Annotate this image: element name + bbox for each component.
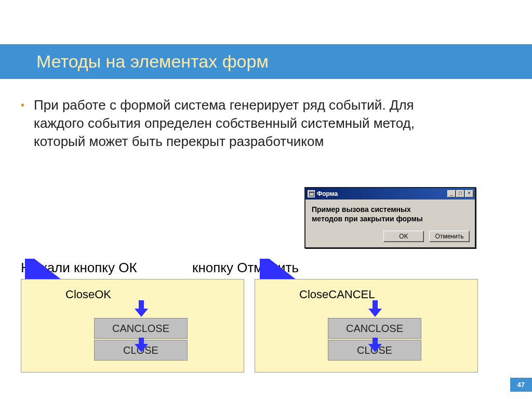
dialog-message-line1: Пример вызова системных xyxy=(312,205,469,214)
maximize-icon[interactable]: □ xyxy=(456,190,464,197)
dialog-title: Форма xyxy=(317,190,447,197)
flow-cancel-close: CLOSE xyxy=(328,340,421,361)
dialog-titlebar[interactable]: Форма _ □ × xyxy=(305,188,475,200)
dialog-body: Пример вызова системных методов при закр… xyxy=(305,200,475,228)
label-pressed-ok: Нажали кнопку ОК xyxy=(21,260,137,276)
flow-cancel-canclose: CANCLOSE xyxy=(328,318,421,339)
flow-ok-close: CLOSE xyxy=(94,340,188,361)
flow-panel-ok: CloseOK CANCLOSE CLOSE xyxy=(21,279,244,373)
flow-panel-cancel: CloseCANCEL CANCLOSE CLOSE xyxy=(255,279,478,373)
title-bar: Методы на элементах форм xyxy=(0,44,532,79)
sample-dialog: Форма _ □ × Пример вызова системных мето… xyxy=(304,187,476,248)
label-pressed-cancel: кнопку Отменить xyxy=(192,260,299,276)
slide-title: Методы на элементах форм xyxy=(36,51,269,72)
flow-ok-canclose: CANCLOSE xyxy=(94,318,188,339)
bullet-block: • При работе с формой система генерирует… xyxy=(21,96,416,151)
ok-button[interactable]: OK xyxy=(383,231,424,242)
bullet-text: При работе с формой система генерирует р… xyxy=(34,96,416,151)
close-icon[interactable]: × xyxy=(465,190,473,197)
slide-container: Методы на элементах форм • При работе с … xyxy=(0,0,532,399)
page-number: 47 xyxy=(510,378,532,392)
minimize-icon[interactable]: _ xyxy=(447,190,456,197)
window-buttons: _ □ × xyxy=(447,190,473,197)
window-icon xyxy=(308,190,315,197)
flow-cancel-entry: CloseCANCEL xyxy=(255,280,477,305)
dialog-button-row: OK Отменить xyxy=(305,228,475,247)
bullet-dot-icon: • xyxy=(21,99,24,151)
flow-ok-entry: CloseOK xyxy=(21,280,244,305)
dialog-message-line2: методов при закрытии формы xyxy=(312,214,469,223)
cancel-button[interactable]: Отменить xyxy=(429,231,470,242)
